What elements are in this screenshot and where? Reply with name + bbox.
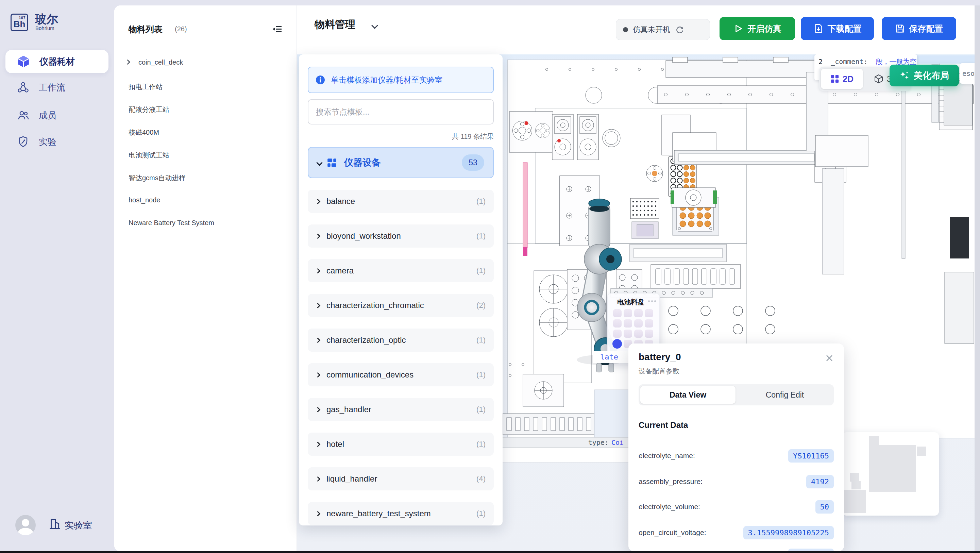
sidebar-item-instruments[interactable]: 仪器耗材	[5, 50, 108, 73]
field-row: electrolyte_name:YS101165	[639, 448, 834, 463]
field-row: data_electrolyte_code:LG000014	[639, 548, 834, 551]
tray-slot-selected[interactable]	[612, 339, 622, 349]
chevron-right-icon	[315, 476, 321, 481]
search-input[interactable]	[308, 99, 494, 124]
node-type-row: type: Coi	[503, 437, 629, 448]
field-row: open_circuit_voltage:3.1559998989105225	[639, 525, 834, 540]
page-title: 物料管理	[315, 18, 355, 32]
category-camera[interactable]: camera(1)	[308, 259, 494, 282]
node-card-footer	[503, 448, 629, 462]
download-config-button[interactable]: 下载配置	[801, 17, 874, 40]
sidebar-item-members[interactable]: 成员	[5, 104, 108, 127]
result-count: 共 119 条结果	[452, 132, 494, 141]
chevron-right-icon	[315, 337, 321, 343]
sidebar-item-label: 仪器耗材	[40, 56, 75, 68]
tray-title: 电池料盘	[617, 298, 644, 307]
category-characterization-optic[interactable]: characterization_optic(1)	[308, 328, 494, 352]
tray-slot[interactable]	[645, 330, 653, 338]
chevron-right-icon	[315, 372, 321, 378]
start-simulation-button[interactable]: 开启仿真	[719, 17, 795, 40]
list-item[interactable]: Neware Battery Test System	[129, 219, 214, 227]
list-item[interactable]: 智达gcms自动进样	[129, 174, 186, 183]
tab-config-edit[interactable]: Config Edit	[737, 384, 832, 405]
grid-2d-icon	[830, 75, 839, 83]
tray-slot[interactable]	[613, 330, 622, 338]
list-item[interactable]: 电池测试工站	[129, 151, 169, 160]
category-gas-handler[interactable]: gas_handler(1)	[308, 398, 494, 421]
close-icon[interactable]	[824, 353, 834, 363]
cube-3d-icon	[874, 74, 883, 84]
lab-building-icon	[48, 518, 61, 531]
refresh-icon[interactable]	[675, 25, 684, 34]
tray-slot[interactable]	[634, 330, 643, 338]
avatar[interactable]	[15, 515, 36, 535]
save-config-button[interactable]: 保存配置	[882, 17, 956, 40]
tray-slot[interactable]	[624, 330, 632, 338]
minimap[interactable]	[842, 432, 939, 516]
tray-slot[interactable]	[624, 309, 632, 317]
save-icon	[895, 24, 905, 33]
chevron-right-icon	[315, 407, 321, 412]
list-item[interactable]: 核磁400M	[129, 128, 159, 137]
template-palette: 单击模板添加仪器/耗材至实验室 共 119 条结果 仪器设备 53 balanc…	[299, 54, 503, 526]
category-communication-devices[interactable]: communication_devices(1)	[308, 363, 494, 386]
devices-grid-icon	[326, 157, 337, 168]
sidebar-item-experiments[interactable]: 实验	[5, 130, 108, 153]
tab-data-view[interactable]: Data View	[640, 386, 735, 404]
chevron-right-icon	[315, 199, 321, 204]
list-item[interactable]: 配液分液工站	[129, 105, 169, 114]
sidebar-item-workflow[interactable]: 工作流	[5, 76, 108, 99]
group-instruments[interactable]: 仪器设备 53	[308, 147, 494, 178]
list-item[interactable]: host_node	[129, 196, 160, 204]
tray-slot[interactable]	[613, 309, 622, 317]
chevron-right-icon	[315, 268, 321, 273]
experiment-icon	[17, 136, 29, 148]
sidebar-item-label: 工作流	[39, 81, 65, 94]
view-2d-button[interactable]: 2D	[821, 69, 863, 89]
canvas-highlight-band	[915, 56, 975, 64]
field-value: LG000014	[788, 548, 834, 551]
category-neware-battery-test-system[interactable]: neware_battery_test_system(1)	[308, 502, 494, 525]
chevron-down-icon	[316, 159, 322, 166]
cube-icon	[17, 55, 30, 68]
tray-slot[interactable]	[634, 319, 643, 328]
section-title: Current Data	[639, 420, 688, 430]
field-value: YS101165	[788, 449, 834, 462]
inspector-panel: battery_0 设备配置参数 Data View Config Edit C…	[628, 344, 844, 551]
workflow-icon	[17, 81, 29, 94]
info-banner: 单击模板添加仪器/耗材至实验室	[308, 67, 494, 93]
more-options-icon[interactable]	[648, 300, 656, 302]
category-hotel[interactable]: hotel(1)	[308, 433, 494, 456]
tray-slot[interactable]	[645, 319, 653, 328]
clipped-node-label: esou	[959, 63, 975, 84]
bohrium-logo[interactable]: 107Bh	[11, 14, 28, 31]
tree-item[interactable]: coin_cell_deck	[126, 59, 183, 66]
tray-slot[interactable]	[624, 319, 632, 328]
field-value: 4192	[806, 475, 834, 488]
chevron-right-icon	[315, 511, 321, 516]
sidebar: 107Bh 玻尔 Bohrium 仪器耗材 工作流 成员 实验 实验室	[0, 0, 114, 553]
inspector-subtitle: 设备配置参数	[639, 367, 679, 376]
category-bioyond-workstation[interactable]: bioyond_workstation(1)	[308, 225, 494, 248]
materials-panel: 物料列表 (26) coin_cell_deck 扣电工作站 配液分液工站 核磁…	[114, 5, 297, 551]
tray-slot[interactable]	[645, 309, 653, 317]
status-dot-icon	[623, 27, 628, 32]
chevron-right-icon	[315, 233, 321, 239]
tray-slot[interactable]	[634, 309, 643, 317]
window-edge	[0, 551, 980, 553]
category-balance[interactable]: balance(1)	[308, 190, 494, 213]
inspector-tabs: Data View Config Edit	[639, 384, 834, 405]
category-liquid-handler[interactable]: liquid_handler(4)	[308, 467, 494, 491]
scrollbar[interactable]	[975, 5, 980, 551]
inspector-title: battery_0	[639, 352, 681, 363]
field-row: electrolyte_volume:50	[639, 499, 834, 514]
category-characterization-chromatic[interactable]: characterization_chromatic(2)	[308, 294, 494, 317]
materials-title: 物料列表	[129, 24, 162, 35]
tray-slot[interactable]	[613, 319, 622, 328]
beautify-layout-button[interactable]: 美化布局	[889, 65, 959, 86]
list-item[interactable]: 扣电工作站	[129, 82, 162, 91]
collapse-panel-icon[interactable]	[271, 23, 283, 35]
simulation-status: 仿真未开机	[616, 19, 710, 40]
lab-link[interactable]: 实验室	[65, 520, 92, 532]
chevron-right-icon	[125, 59, 130, 65]
